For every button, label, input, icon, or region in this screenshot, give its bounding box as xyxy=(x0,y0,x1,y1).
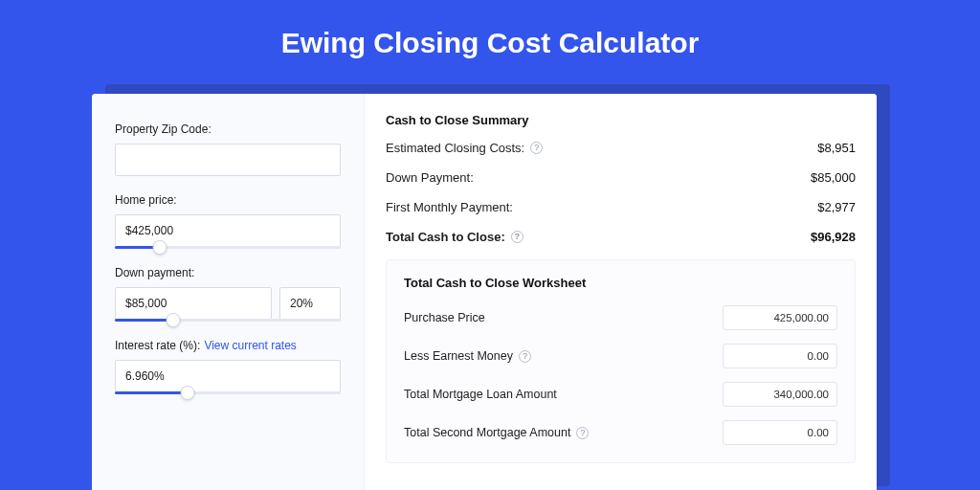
summary-row: Estimated Closing Costs: ? $8,951 xyxy=(386,141,856,155)
worksheet-row-label: Less Earnest Money xyxy=(404,349,513,363)
help-icon[interactable]: ? xyxy=(511,231,523,243)
down-payment-field: Down payment: xyxy=(115,266,341,322)
down-payment-pct-input[interactable] xyxy=(279,287,341,320)
home-price-label: Home price: xyxy=(115,193,341,207)
worksheet-row: Purchase Price xyxy=(404,305,837,330)
worksheet-row: Total Second Mortgage Amount ? xyxy=(404,420,837,445)
view-rates-link[interactable]: View current rates xyxy=(204,339,297,352)
zip-label: Property Zip Code: xyxy=(115,122,341,136)
results-panel: Cash to Close Summary Estimated Closing … xyxy=(365,94,877,490)
home-price-field: Home price: xyxy=(115,193,341,249)
rate-input[interactable] xyxy=(115,360,341,392)
summary-row: First Monthly Payment: $2,977 xyxy=(386,200,856,214)
calculator-card: Property Zip Code: Home price: Down paym… xyxy=(92,94,877,490)
help-icon[interactable]: ? xyxy=(530,142,543,154)
worksheet-row-input[interactable] xyxy=(723,382,837,407)
summary-row-value: $2,977 xyxy=(817,200,856,214)
worksheet-title: Total Cash to Close Worksheet xyxy=(404,276,837,290)
rate-slider[interactable] xyxy=(115,391,341,394)
worksheet-panel: Total Cash to Close Worksheet Purchase P… xyxy=(386,259,856,463)
down-payment-input[interactable] xyxy=(115,287,272,320)
help-icon[interactable]: ? xyxy=(576,427,589,439)
zip-input[interactable] xyxy=(115,144,341,176)
rate-slider-fill xyxy=(115,391,188,394)
worksheet-row-label: Total Mortgage Loan Amount xyxy=(404,388,557,401)
summary-total-label: Total Cash to Close: xyxy=(386,230,505,244)
summary-total-row: Total Cash to Close: ? $96,928 xyxy=(386,230,856,244)
rate-slider-thumb[interactable] xyxy=(180,386,194,400)
summary-row-value: $8,951 xyxy=(817,141,856,155)
worksheet-row-label: Purchase Price xyxy=(404,311,485,324)
home-price-input[interactable] xyxy=(115,214,341,247)
inputs-panel: Property Zip Code: Home price: Down paym… xyxy=(92,94,365,490)
home-price-slider[interactable] xyxy=(115,246,341,249)
down-payment-slider-fill xyxy=(115,319,173,322)
home-price-slider-thumb[interactable] xyxy=(153,240,167,255)
worksheet-row-label: Total Second Mortgage Amount xyxy=(404,426,570,439)
summary-row-label: First Monthly Payment: xyxy=(386,200,513,214)
worksheet-row-input[interactable] xyxy=(723,305,837,330)
worksheet-row: Less Earnest Money ? xyxy=(404,344,837,368)
down-payment-slider-thumb[interactable] xyxy=(167,313,181,327)
summary-row: Down Payment: $85,000 xyxy=(386,170,856,185)
summary-row-label: Estimated Closing Costs: xyxy=(386,141,524,155)
zip-field: Property Zip Code: xyxy=(115,122,341,176)
summary-row-label: Down Payment: xyxy=(386,170,474,185)
down-payment-label: Down payment: xyxy=(115,266,341,279)
rate-field: Interest rate (%): View current rates xyxy=(115,339,341,394)
summary-title: Cash to Close Summary xyxy=(386,113,856,127)
help-icon[interactable]: ? xyxy=(519,350,531,363)
summary-row-value: $85,000 xyxy=(811,170,856,185)
worksheet-row-input[interactable] xyxy=(723,344,837,368)
worksheet-row: Total Mortgage Loan Amount xyxy=(404,382,837,407)
page-title: Ewing Closing Cost Calculator xyxy=(0,0,980,80)
down-payment-slider[interactable] xyxy=(115,319,341,322)
worksheet-row-input[interactable] xyxy=(723,420,837,445)
summary-total-value: $96,928 xyxy=(811,230,856,244)
rate-label: Interest rate (%): xyxy=(115,339,200,352)
